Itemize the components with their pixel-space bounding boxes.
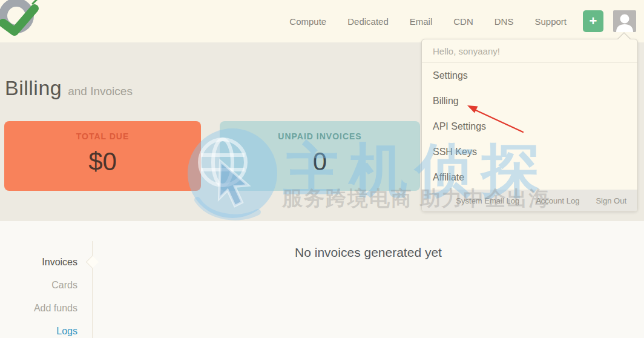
nav-item-compute[interactable]: Compute	[289, 16, 326, 27]
sign-out-link[interactable]: Sign Out	[596, 196, 626, 205]
menu-item-ssh-keys[interactable]: SSH Keys	[422, 139, 637, 165]
unpaid-invoices-card: UNPAID INVOICES 0	[220, 121, 420, 191]
invoices-section: Invoices Cards Add funds Logs No invoice…	[0, 221, 644, 338]
billing-sidebar: Invoices Cards Add funds Logs	[0, 221, 93, 338]
empty-state-message: No invoices generated yet	[295, 245, 442, 259]
user-avatar-button[interactable]	[613, 10, 636, 32]
total-due-label: TOTAL DUE	[4, 131, 201, 141]
page-title: Billing	[5, 76, 62, 100]
dropdown-greeting: Hello, sonyaany!	[422, 39, 637, 63]
system-email-log-link[interactable]: System Email Log	[456, 196, 519, 205]
billing-page: { "header": { "nav_items": ["Compute", "…	[0, 0, 644, 338]
deploy-new-button[interactable]: +	[583, 10, 603, 32]
main-nav: Compute Dedicated Email CDN DNS Support	[289, 16, 567, 27]
unpaid-invoices-value: 0	[220, 147, 420, 176]
nav-item-cdn[interactable]: CDN	[453, 16, 473, 27]
account-log-link[interactable]: Account Log	[536, 196, 579, 205]
nav-item-email[interactable]: Email	[410, 16, 433, 27]
invoices-empty-state: No invoices generated yet	[93, 221, 644, 338]
sidebar-item-logs[interactable]: Logs	[0, 320, 93, 338]
page-title-row: Billing and Invoices	[5, 76, 133, 100]
sidebar-item-add-funds[interactable]: Add funds	[0, 297, 93, 320]
menu-item-affiliate[interactable]: Affiliate	[422, 165, 637, 190]
nav-item-dedicated[interactable]: Dedicated	[347, 16, 389, 27]
nav-item-dns[interactable]: DNS	[494, 16, 514, 27]
dropdown-caret	[617, 32, 631, 39]
dropdown-footer: System Email Log Account Log Sign Out	[422, 190, 637, 211]
total-due-card: TOTAL DUE $0	[4, 121, 201, 191]
menu-item-settings[interactable]: Settings	[422, 63, 637, 88]
plus-icon: +	[590, 15, 597, 28]
page-subtitle: and Invoices	[68, 85, 133, 98]
sidebar-item-cards[interactable]: Cards	[0, 274, 93, 297]
unpaid-invoices-label: UNPAID INVOICES	[220, 131, 420, 141]
site-logo-icon	[0, 0, 42, 39]
site-logo[interactable]	[0, 0, 42, 41]
user-avatar-icon	[614, 13, 635, 32]
top-header: Compute Dedicated Email CDN DNS Support …	[0, 0, 644, 42]
nav-item-support[interactable]: Support	[534, 16, 567, 27]
total-due-value: $0	[4, 147, 201, 176]
red-annotation-arrow	[448, 97, 533, 139]
sidebar-item-invoices[interactable]: Invoices	[0, 251, 93, 274]
